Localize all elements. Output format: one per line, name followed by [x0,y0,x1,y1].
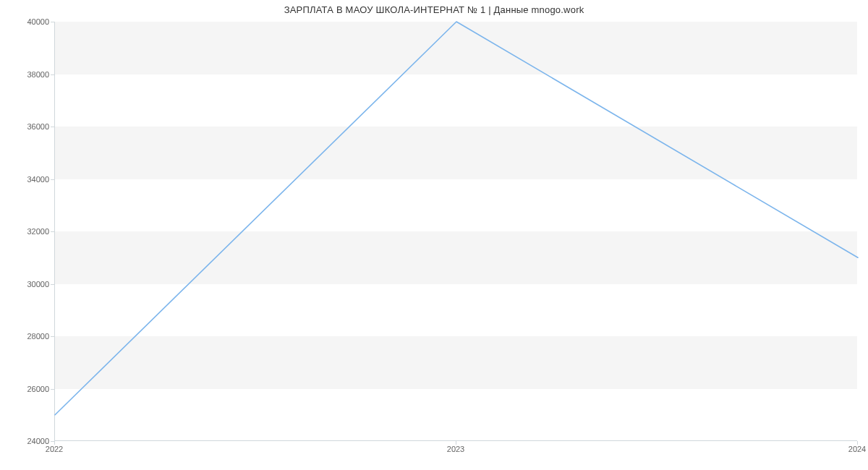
y-tick-mark [51,22,54,22]
y-tick-label: 32000 [6,227,49,236]
y-tick-label: 38000 [6,70,49,79]
y-tick-label: 28000 [6,332,49,341]
y-tick-label: 40000 [6,17,49,26]
x-tick-mark [857,441,858,445]
salary-line-chart: ЗАРПЛАТА В МАОУ ШКОЛА-ИНТЕРНАТ № 1 | Дан… [0,0,868,470]
x-tick-label: 2022 [46,445,63,453]
y-tick-label: 30000 [6,280,49,289]
y-tick-label: 34000 [6,175,49,184]
y-tick-label: 36000 [6,122,49,131]
chart-title: ЗАРПЛАТА В МАОУ ШКОЛА-ИНТЕРНАТ № 1 | Дан… [0,4,868,15]
y-tick-mark [51,389,54,390]
x-tick-label: 2023 [447,445,464,453]
y-tick-mark [51,336,54,337]
y-tick-mark [51,179,54,180]
plot-area [54,22,857,441]
line-series [55,22,858,441]
y-tick-label: 24000 [6,437,49,445]
y-tick-mark [51,127,54,127]
x-tick-mark [54,441,55,445]
x-tick-mark [456,441,456,445]
x-tick-label: 2024 [848,445,866,453]
y-tick-mark [51,74,54,75]
y-tick-label: 26000 [6,385,49,393]
y-tick-mark [51,284,54,285]
y-tick-mark [51,231,54,232]
